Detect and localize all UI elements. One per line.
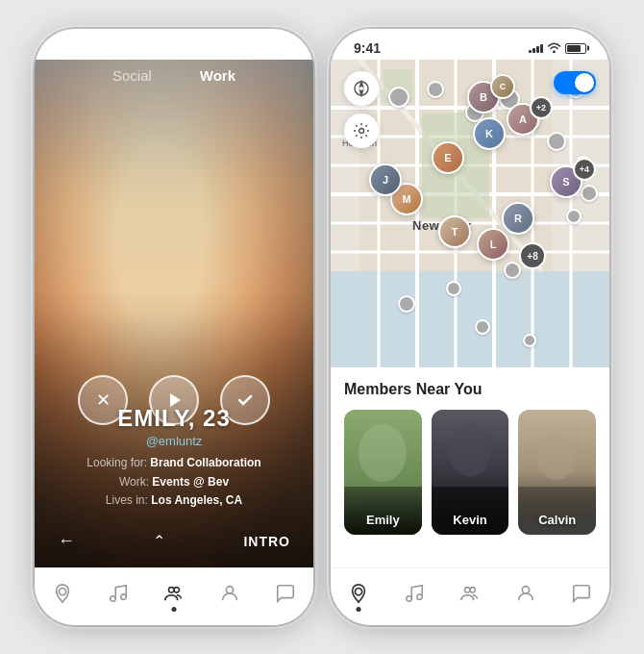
- calvin-name: Calvin: [518, 513, 596, 527]
- signal-icon-right: [529, 43, 543, 53]
- map-badge-4[interactable]: +4: [573, 158, 596, 181]
- members-grid: Emily: [344, 410, 596, 535]
- map-avatar-pin-2[interactable]: K: [473, 117, 506, 150]
- svg-point-41: [470, 587, 476, 592]
- signal-icon: [233, 43, 247, 53]
- status-bar-left: 9:41: [35, 29, 313, 60]
- svg-point-42: [522, 586, 529, 592]
- nav-dot-right: [357, 607, 361, 612]
- lives-in-value: Los Angeles, CA: [151, 493, 242, 507]
- svg-point-38: [407, 595, 412, 601]
- phone1-content: Social Work ✕ EMILY, 23: [35, 60, 313, 567]
- map-avatar-pin-12[interactable]: C: [490, 74, 515, 99]
- nav-dot: [172, 607, 177, 612]
- map-badge-8[interactable]: +8: [519, 242, 546, 269]
- map-avatar-pin-10[interactable]: R: [502, 202, 534, 235]
- battery-icon-right: [565, 43, 586, 54]
- work-value: Events @ Bev: [152, 475, 229, 489]
- svg-point-39: [417, 593, 423, 599]
- bottom-nav-right: [331, 567, 609, 625]
- lives-in-line: Lives in: Los Angeles, CA: [54, 491, 294, 510]
- svg-point-27: [359, 129, 364, 134]
- map-avatar-pin-8[interactable]: T: [438, 215, 471, 248]
- chevron-up-icon: ⌃: [153, 532, 165, 550]
- looking-for-value: Brand Collaboration: [150, 456, 260, 469]
- tab-social[interactable]: Social: [112, 67, 152, 84]
- svg-point-35: [537, 432, 576, 480]
- map-badge-2[interactable]: +2: [530, 96, 553, 119]
- work-label: Work:: [119, 475, 149, 489]
- member-card-emily[interactable]: Emily: [344, 410, 422, 535]
- svg-point-2: [111, 595, 116, 601]
- map-toggle[interactable]: [554, 71, 596, 94]
- nav-location-right[interactable]: [346, 581, 371, 606]
- profile-handle: @emluntz: [54, 434, 294, 448]
- svg-point-32: [449, 423, 491, 477]
- tab-bar: Social Work: [35, 60, 313, 91]
- map-area[interactable]: New York: [331, 60, 609, 367]
- members-section: Members Near You: [331, 367, 609, 567]
- nav-people-right[interactable]: [458, 581, 483, 606]
- profile-name: EMILY, 23: [54, 405, 294, 432]
- lives-in-label: Lives in:: [106, 493, 148, 507]
- profile-meta: Looking for: Brand Collaboration Work: E…: [54, 454, 294, 510]
- nav-music-right[interactable]: [402, 581, 427, 606]
- nav-chat-right[interactable]: [569, 581, 594, 606]
- map-pin-gray-15: [523, 334, 536, 347]
- time-right: 9:41: [354, 40, 381, 56]
- wifi-icon: [251, 42, 265, 55]
- emily-name: Emily: [344, 513, 422, 527]
- back-button[interactable]: ←: [58, 531, 75, 551]
- phones-container: 9:41: [35, 29, 609, 625]
- map-settings-button[interactable]: [344, 113, 379, 148]
- status-bar-right: 9:41: [331, 29, 609, 60]
- battery-icon: [269, 43, 290, 54]
- map-pin-gray-12: [446, 281, 461, 296]
- nav-people-active[interactable]: [161, 581, 186, 606]
- bottom-nav-left: [35, 567, 313, 625]
- phone-right: 9:41: [331, 29, 609, 625]
- map-pin-gray-14: [475, 319, 490, 335]
- map-avatar-pin-6[interactable]: J: [369, 164, 402, 196]
- looking-for-label: Looking for:: [87, 456, 147, 469]
- nav-music[interactable]: [106, 581, 131, 606]
- intro-button[interactable]: INTRO: [243, 534, 290, 549]
- map-avatar-pin-9[interactable]: L: [477, 228, 509, 261]
- nav-location[interactable]: [50, 581, 75, 606]
- toggle-circle: [575, 73, 594, 92]
- tab-work[interactable]: Work: [200, 67, 235, 84]
- member-card-kevin[interactable]: Kevin: [432, 410, 509, 535]
- work-line: Work: Events @ Bev: [54, 473, 294, 491]
- map-pin-gray-8: [581, 185, 598, 202]
- map-pin-gray-6: [547, 132, 566, 151]
- svg-point-5: [174, 587, 180, 592]
- svg-rect-33: [432, 487, 509, 535]
- status-icons-left: [233, 42, 290, 55]
- wifi-icon-right: [547, 42, 561, 55]
- svg-rect-30: [344, 487, 422, 535]
- profile-info: EMILY, 23 @emluntz Looking for: Brand Co…: [35, 405, 313, 510]
- time-left: 9:41: [58, 40, 85, 56]
- map-pin-gray-10: [566, 209, 582, 224]
- svg-rect-7: [331, 271, 609, 367]
- nav-chat[interactable]: [273, 581, 298, 606]
- status-icons-right: [529, 42, 586, 55]
- map-pin-gray-2: [427, 81, 444, 98]
- svg-point-1: [59, 588, 65, 594]
- svg-point-29: [359, 424, 407, 482]
- member-card-calvin[interactable]: Calvin: [518, 410, 596, 535]
- svg-point-3: [121, 593, 127, 599]
- map-compass-button[interactable]: [344, 71, 379, 106]
- looking-for-line: Looking for: Brand Collaboration: [54, 454, 294, 472]
- nav-user[interactable]: [217, 581, 242, 606]
- phone-left: 9:41: [35, 29, 313, 625]
- svg-point-37: [355, 588, 361, 594]
- map-avatar-pin-1[interactable]: E: [432, 141, 464, 174]
- members-title: Members Near You: [344, 381, 596, 398]
- kevin-name: Kevin: [432, 513, 509, 527]
- phone2-content: New York: [331, 60, 609, 567]
- svg-point-40: [465, 587, 471, 592]
- map-pin-gray-13: [398, 295, 415, 313]
- nav-user-right[interactable]: [513, 581, 538, 606]
- svg-rect-36: [518, 487, 596, 535]
